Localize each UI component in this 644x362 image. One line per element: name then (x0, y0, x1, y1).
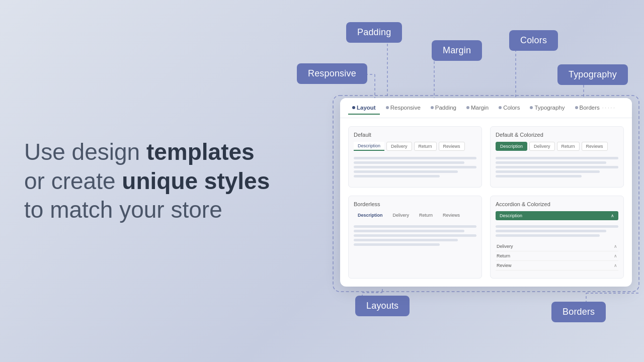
tab-colors[interactable]: Colors (495, 102, 524, 115)
hero-subline: to match your store (24, 197, 222, 223)
default-tab-return[interactable]: Return (414, 142, 437, 151)
layout-card-colorized: Default & Colorized Description Delivery… (490, 126, 624, 188)
layouts-badge[interactable]: Layouts (355, 296, 410, 316)
borderless-tab-return[interactable]: Return (415, 211, 437, 219)
tab-dot-colors (499, 106, 502, 109)
colors-label: Colors (520, 35, 547, 45)
colorized-tab-return[interactable]: Return (557, 142, 580, 151)
hero-text-block: Use design templates or create unique st… (24, 138, 286, 225)
accordion-active-label: Description (500, 213, 522, 218)
tab-borders[interactable]: Borders · · · · · (571, 102, 619, 115)
tab-dot-typography (530, 106, 533, 109)
tab-layout[interactable]: Layout (348, 102, 380, 115)
tab-dot-borders (575, 106, 578, 109)
padding-badge[interactable]: Padding (346, 22, 402, 43)
borders-badge[interactable]: Borders (551, 302, 606, 322)
accordion-row-return[interactable]: Return ∧ (496, 251, 618, 261)
tab-margin[interactable]: Margin (462, 102, 493, 115)
colorized-tab-description[interactable]: Description (496, 142, 527, 151)
default-tab-delivery[interactable]: Delivery (386, 142, 412, 151)
layout-default-title: Default (354, 132, 476, 138)
accordion-row-delivery[interactable]: Delivery ∧ (496, 242, 618, 251)
colorized-tab-delivery[interactable]: Delivery (529, 142, 555, 151)
colors-badge[interactable]: Colors (509, 30, 558, 51)
borderless-tab-description[interactable]: Description (354, 211, 387, 219)
layouts-label: Layouts (366, 301, 398, 311)
default-content (354, 155, 476, 179)
colorized-tab-reviews[interactable]: Reviews (582, 142, 608, 151)
accordion-header[interactable]: Description ∧ (496, 211, 618, 220)
responsive-badge[interactable]: Responsive (297, 63, 367, 84)
borderless-content (354, 223, 476, 248)
layout-colorized-title: Default & Colorized (496, 132, 618, 138)
padding-label: Padding (357, 27, 391, 37)
responsive-label: Responsive (308, 68, 356, 78)
colorized-tabs: Description Delivery Return Reviews (496, 142, 618, 151)
layout-card-borderless: Borderless Description Delivery Return R… (348, 196, 482, 279)
borders-label: Borders (562, 307, 595, 317)
tab-dot-padding (431, 106, 434, 109)
accordion-rows: Delivery ∧ Return ∧ Review ∧ (496, 242, 618, 270)
tab-dot-margin (466, 106, 469, 109)
layout-borderless-title: Borderless (354, 201, 476, 207)
borderless-tab-reviews[interactable]: Reviews (439, 211, 464, 219)
accordion-row-review[interactable]: Review ∧ (496, 261, 618, 270)
borderless-tabs: Description Delivery Return Reviews (354, 211, 476, 219)
tab-padding[interactable]: Padding (427, 102, 460, 115)
default-tab-reviews[interactable]: Reviews (439, 142, 465, 151)
tab-dot-responsive (386, 106, 389, 109)
accordion-chevron: ∧ (611, 213, 614, 218)
typography-badge[interactable]: Typography (557, 64, 628, 85)
typography-label: Typography (569, 69, 617, 79)
templates-bold: templates (146, 139, 255, 165)
default-tab-description[interactable]: Description (354, 142, 384, 151)
tab-responsive[interactable]: Responsive (382, 102, 425, 115)
accordion-content (496, 223, 618, 239)
borderless-tab-delivery[interactable]: Delivery (389, 211, 414, 219)
margin-badge[interactable]: Margin (432, 40, 482, 61)
layout-card-accordion: Accordion & Colorized Description ∧ Deli… (490, 196, 624, 279)
ui-panel: Layout Responsive Padding Margin Colors … (340, 98, 632, 287)
colorized-content (496, 155, 618, 179)
tab-bar: Layout Responsive Padding Margin Colors … (340, 98, 632, 118)
hero-headline: Use design templates or create unique st… (24, 138, 286, 225)
tab-typography[interactable]: Typography (526, 102, 569, 115)
layout-accordion-title: Accordion & Colorized (496, 201, 618, 207)
layout-card-default: Default Description Delivery Return Revi… (348, 126, 482, 188)
default-tabs: Description Delivery Return Reviews (354, 142, 476, 151)
unique-styles-bold: unique styles (122, 167, 270, 194)
margin-label: Margin (443, 45, 471, 55)
tab-dot-layout (352, 106, 355, 109)
panel-content: Default Description Delivery Return Revi… (340, 118, 632, 287)
